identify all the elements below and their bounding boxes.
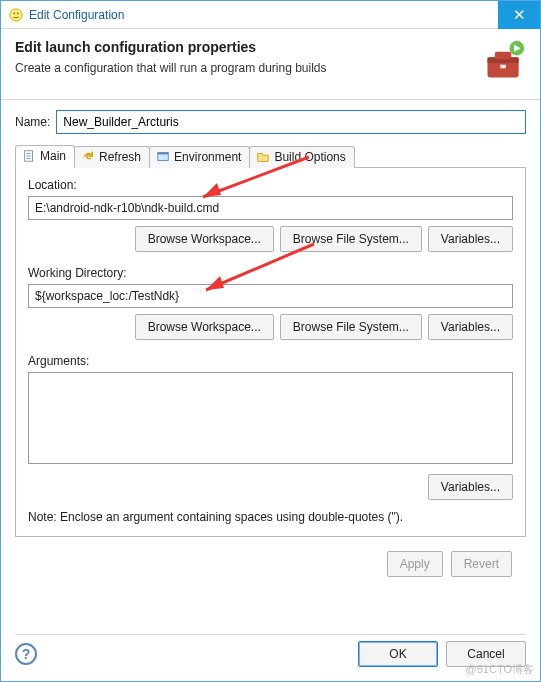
browse-filesystem-button-2[interactable]: Browse File System... bbox=[280, 314, 422, 340]
location-input[interactable] bbox=[28, 196, 513, 220]
location-buttons: Browse Workspace... Browse File System..… bbox=[28, 226, 513, 252]
header-subtitle: Create a configuration that will run a p… bbox=[15, 61, 474, 75]
variables-button-3[interactable]: Variables... bbox=[428, 474, 513, 500]
svg-point-1 bbox=[13, 12, 15, 14]
arguments-buttons: Variables... bbox=[28, 474, 513, 500]
name-input[interactable] bbox=[56, 110, 526, 134]
environment-icon bbox=[156, 150, 170, 164]
watermark: @51CTO博客 bbox=[466, 662, 534, 677]
folder-icon bbox=[256, 150, 270, 164]
document-icon bbox=[22, 149, 36, 163]
apply-button[interactable]: Apply bbox=[387, 551, 443, 577]
apply-revert-row: Apply Revert bbox=[15, 537, 526, 587]
svg-rect-7 bbox=[495, 52, 512, 59]
arguments-label: Arguments: bbox=[28, 354, 513, 368]
browse-workspace-button-2[interactable]: Browse Workspace... bbox=[135, 314, 274, 340]
browse-filesystem-button[interactable]: Browse File System... bbox=[280, 226, 422, 252]
svg-point-2 bbox=[17, 12, 19, 14]
name-row: Name: bbox=[15, 110, 526, 134]
tab-refresh-label: Refresh bbox=[99, 150, 141, 164]
dialog-header: Edit launch configuration properties Cre… bbox=[1, 29, 540, 100]
tab-main[interactable]: Main bbox=[15, 145, 75, 168]
location-label: Location: bbox=[28, 178, 513, 192]
tab-refresh[interactable]: Refresh bbox=[74, 146, 150, 168]
dialog-footer: ? OK Cancel bbox=[1, 635, 540, 681]
dialog-content: Name: Main Refresh Environment bbox=[1, 100, 540, 628]
ok-button[interactable]: OK bbox=[358, 641, 438, 667]
app-icon bbox=[9, 8, 23, 22]
help-button[interactable]: ? bbox=[15, 643, 37, 665]
revert-button[interactable]: Revert bbox=[451, 551, 512, 577]
titlebar: Edit Configuration ✕ bbox=[1, 1, 540, 29]
refresh-icon bbox=[81, 150, 95, 164]
svg-rect-14 bbox=[158, 153, 169, 155]
browse-workspace-button[interactable]: Browse Workspace... bbox=[135, 226, 274, 252]
tab-bar: Main Refresh Environment Build Options bbox=[15, 144, 526, 168]
tab-environment[interactable]: Environment bbox=[149, 146, 250, 168]
tab-environment-label: Environment bbox=[174, 150, 241, 164]
tab-main-label: Main bbox=[40, 149, 66, 163]
header-icon bbox=[482, 39, 526, 83]
window-title: Edit Configuration bbox=[29, 8, 498, 22]
variables-button-2[interactable]: Variables... bbox=[428, 314, 513, 340]
help-icon: ? bbox=[22, 646, 31, 662]
tab-build-options[interactable]: Build Options bbox=[249, 146, 354, 168]
working-dir-label: Working Directory: bbox=[28, 266, 513, 280]
svg-rect-8 bbox=[500, 65, 506, 69]
name-label: Name: bbox=[15, 115, 50, 129]
close-icon: ✕ bbox=[513, 6, 526, 24]
tab-build-options-label: Build Options bbox=[274, 150, 345, 164]
arguments-note: Note: Enclose an argument containing spa… bbox=[28, 510, 513, 524]
working-dir-buttons: Browse Workspace... Browse File System..… bbox=[28, 314, 513, 340]
arguments-input[interactable] bbox=[28, 372, 513, 464]
working-dir-input[interactable] bbox=[28, 284, 513, 308]
svg-point-0 bbox=[10, 8, 22, 20]
variables-button[interactable]: Variables... bbox=[428, 226, 513, 252]
header-title: Edit launch configuration properties bbox=[15, 39, 474, 55]
close-button[interactable]: ✕ bbox=[498, 1, 540, 29]
dialog-window: Edit Configuration ✕ Edit launch configu… bbox=[0, 0, 541, 682]
main-panel: Location: Browse Workspace... Browse Fil… bbox=[15, 168, 526, 537]
